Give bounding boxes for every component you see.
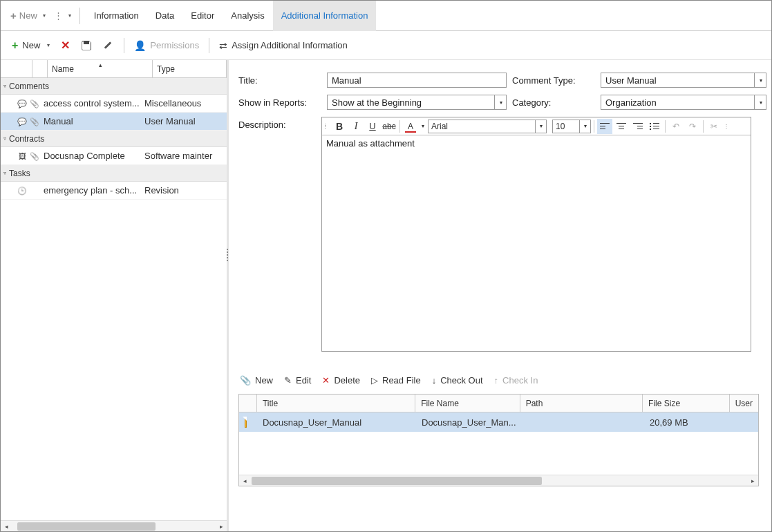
topbar-more-button[interactable]: ⋮ ▾: [51, 6, 74, 26]
underline-button[interactable]: U: [365, 119, 380, 134]
chevron-down-icon[interactable]: ▾: [579, 120, 590, 133]
toolbar-grip-icon: [325, 124, 328, 129]
separator: [703, 120, 704, 133]
scroll-thumb[interactable]: [17, 522, 156, 531]
show-in-reports-select[interactable]: ▾: [327, 95, 507, 110]
attachment-check-in-button[interactable]: ↑ Check In: [494, 375, 538, 386]
bold-button[interactable]: B: [332, 119, 347, 134]
text-color-button[interactable]: A: [403, 119, 418, 134]
attachment-row[interactable]: Docusnap_User_Manual Docusnap_User_Man..…: [239, 412, 758, 432]
left-tree-panel: Name Type ▿ Comments access control syst…: [1, 60, 229, 531]
left-col-type[interactable]: Type: [153, 60, 227, 77]
clip-icon: [28, 151, 41, 161]
left-horizontal-scrollbar[interactable]: ◂ ▸: [1, 520, 227, 531]
tab-additional-information[interactable]: Additional Information: [273, 1, 377, 31]
left-col-icon[interactable]: [1, 60, 32, 77]
toolbar-overflow-button[interactable]: ⋮: [723, 119, 730, 134]
action-assign-button[interactable]: ⇄ Assign Additional Information: [214, 35, 353, 56]
left-col-name[interactable]: Name: [48, 60, 153, 77]
action-permissions-button[interactable]: 👤 Permissions: [129, 35, 205, 56]
att-col-filename[interactable]: File Name: [415, 395, 520, 412]
chevron-down-icon[interactable]: ▾: [754, 73, 766, 88]
align-center-button[interactable]: [614, 119, 629, 134]
att-col-title[interactable]: Title: [257, 395, 415, 412]
attachment-edit-button[interactable]: ✎ Edit: [284, 375, 311, 386]
group-label: Comments: [9, 82, 49, 91]
action-edit-button[interactable]: [97, 35, 120, 56]
main-area: Name Type ▿ Comments access control syst…: [1, 60, 771, 531]
bullet-list-button[interactable]: [647, 119, 662, 134]
scroll-left-icon[interactable]: ◂: [1, 521, 12, 532]
attachment-delete-button[interactable]: ✕ Delete: [322, 375, 360, 386]
plus-icon: +: [10, 10, 17, 21]
action-save-button[interactable]: [75, 35, 97, 56]
group-comments[interactable]: ▿ Comments: [1, 78, 227, 95]
tab-data[interactable]: Data: [147, 1, 182, 31]
splitter-handle[interactable]: [226, 249, 229, 261]
undo-button[interactable]: ↶: [668, 119, 684, 134]
chevron-down-icon[interactable]: ▾: [535, 120, 546, 133]
att-col-icon[interactable]: [239, 395, 257, 412]
list-item[interactable]: access control system... Miscellaneous: [1, 95, 227, 113]
action-delete-button[interactable]: ✕: [55, 35, 75, 56]
upload-icon: ↑: [494, 375, 499, 386]
scroll-left-icon[interactable]: ◂: [239, 475, 250, 486]
pdf-file-icon: [245, 417, 247, 428]
attachment-new-button[interactable]: 📎 New: [240, 375, 273, 386]
color-dropdown-button[interactable]: ▾: [420, 119, 426, 134]
group-contracts[interactable]: ▿ Contracts: [1, 131, 227, 147]
title-input[interactable]: [327, 73, 507, 88]
align-right-button[interactable]: [630, 119, 646, 134]
item-type: User Manual: [144, 116, 227, 126]
align-left-button[interactable]: [597, 119, 612, 134]
topbar-new-button[interactable]: + New ▾: [5, 6, 51, 26]
group-label: Contracts: [9, 134, 44, 144]
font-size-select[interactable]: 10▾: [552, 120, 591, 133]
list-item[interactable]: Manual User Manual: [1, 113, 227, 131]
attachments-table: Title File Name Path File Size User Docu…: [238, 394, 759, 486]
chevron-down-icon[interactable]: ▾: [494, 95, 507, 110]
att-col-user[interactable]: User: [730, 395, 758, 412]
tab-analysis[interactable]: Analysis: [223, 1, 272, 31]
description-label: Description:: [238, 117, 321, 352]
left-col-clip[interactable]: [32, 60, 48, 77]
italic-button[interactable]: I: [348, 119, 364, 134]
chevron-down-icon[interactable]: ▾: [754, 95, 766, 110]
list-item[interactable]: emergency plan - sch... Revision: [1, 182, 227, 200]
list-item[interactable]: Docusnap Complete Software mainter: [1, 147, 227, 165]
scroll-thumb[interactable]: [252, 477, 542, 485]
strikethrough-button[interactable]: abc: [382, 119, 397, 134]
att-col-filesize[interactable]: File Size: [643, 395, 730, 412]
cut-button[interactable]: ✂: [706, 119, 722, 134]
attachment-read-file-button[interactable]: ▷ Read File: [371, 375, 421, 386]
tab-information[interactable]: Information: [86, 1, 147, 31]
topbar-new-label: New: [19, 10, 37, 21]
font-family-select[interactable]: Arial▾: [428, 120, 547, 133]
category-value[interactable]: [601, 95, 766, 110]
att-filename: Docusnap_User_Man...: [416, 412, 521, 432]
close-icon: ✕: [61, 39, 70, 52]
show-in-reports-value[interactable]: [327, 95, 507, 110]
show-in-reports-label: Show in Reports:: [238, 97, 321, 108]
item-name: Manual: [41, 116, 144, 126]
editor-body[interactable]: Manual as attachment: [322, 135, 751, 351]
attachments-horizontal-scrollbar[interactable]: ◂ ▸: [239, 475, 758, 486]
action-new-button[interactable]: + New ▾: [6, 35, 55, 56]
tab-editor[interactable]: Editor: [182, 1, 223, 31]
separator: [124, 38, 124, 53]
align-center-icon: [616, 122, 626, 131]
separator: [209, 38, 209, 53]
triangle-down-icon: ▿: [3, 170, 6, 176]
scroll-right-icon[interactable]: ▸: [747, 475, 758, 486]
dots-icon: ⋮: [54, 10, 63, 21]
comment-type-value[interactable]: [601, 73, 766, 88]
item-name: Docusnap Complete: [41, 151, 144, 161]
category-select[interactable]: ▾: [601, 95, 766, 110]
comment-type-select[interactable]: ▾: [601, 73, 766, 88]
align-left-icon: [600, 122, 610, 131]
attachment-check-out-button[interactable]: ↓ Check Out: [432, 375, 483, 386]
redo-button[interactable]: ↷: [685, 119, 700, 134]
group-tasks[interactable]: ▿ Tasks: [1, 165, 227, 182]
att-col-path[interactable]: Path: [520, 395, 643, 412]
scroll-right-icon[interactable]: ▸: [216, 521, 227, 532]
